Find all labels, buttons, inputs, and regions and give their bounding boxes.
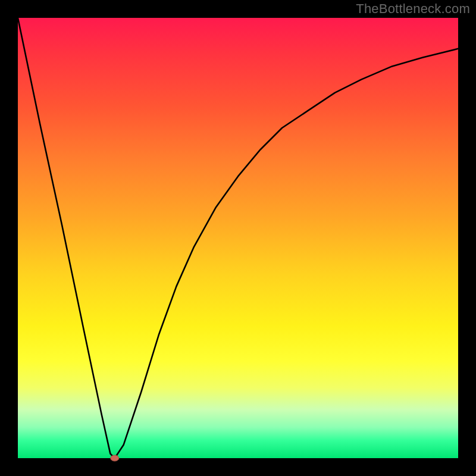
- optimal-point-marker: [111, 455, 119, 461]
- plot-area: [18, 18, 458, 458]
- bottleneck-curve: [18, 18, 458, 458]
- chart-frame: TheBottleneck.com: [0, 0, 476, 476]
- watermark-text: TheBottleneck.com: [356, 1, 470, 17]
